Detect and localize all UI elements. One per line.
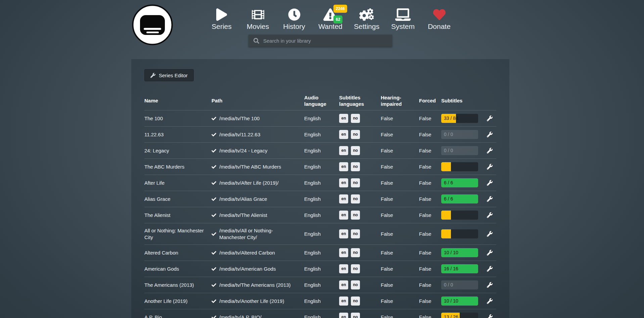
subtitles-progress-bar: 0 / 0 — [441, 146, 478, 155]
forced-value: False — [419, 180, 441, 186]
forced-value: False — [419, 164, 441, 170]
series-table: NamePathAudio languageSubtitles language… — [144, 91, 496, 318]
language-badge: en — [339, 229, 348, 239]
forced-value: False — [419, 115, 441, 122]
hearing-impaired-value: False — [381, 212, 419, 219]
table-row: The Americans (2013)/media/tv/The Americ… — [144, 277, 496, 293]
language-badge: en — [339, 146, 348, 155]
table-row: Altered Carbon/media/tv/Altered CarbonEn… — [144, 244, 496, 261]
nav-item-movies[interactable]: Movies — [240, 4, 276, 31]
row-actions — [483, 282, 496, 288]
forced-value: False — [419, 131, 441, 138]
audio-language: English — [304, 314, 339, 318]
laptop-icon — [395, 8, 411, 21]
check-icon — [212, 165, 216, 169]
check-icon — [212, 315, 216, 318]
edit-series-button[interactable] — [487, 212, 493, 218]
column-header-name: Name — [144, 97, 212, 104]
series-path: /media/tv/After Life (2019)/ — [212, 180, 304, 186]
check-icon — [212, 116, 216, 121]
subtitles-languages: enno — [339, 130, 381, 139]
search-icon — [254, 38, 259, 44]
edit-series-button[interactable] — [487, 231, 493, 237]
series-path: /media/tv/All or Nothing- Manchester Cit… — [212, 227, 304, 240]
edit-series-button[interactable] — [487, 314, 493, 318]
series-path: /media/tv/24 - Legacy — [212, 147, 304, 154]
table-row: The ABC Murders/media/tv/The ABC Murders… — [144, 158, 496, 175]
subtitles-cell: 10 / 10 — [441, 297, 483, 306]
hearing-impaired-value: False — [381, 298, 419, 305]
series-path: /media/tv/A.P. BIO/ — [212, 314, 304, 318]
nav-item-series[interactable]: Series — [203, 4, 240, 31]
subtitles-cell: 13 / 26 — [441, 313, 483, 318]
row-actions — [483, 180, 496, 186]
forced-value: False — [419, 266, 441, 272]
column-header-audio-language: Audio language — [304, 94, 339, 107]
series-name: The 100 — [144, 115, 212, 122]
search-input[interactable] — [263, 38, 392, 44]
language-badge: no — [351, 313, 360, 318]
subtitles-languages: enno — [339, 229, 381, 239]
series-editor-button[interactable]: Series Editor — [144, 69, 194, 81]
nav-item-settings[interactable]: Settings — [349, 4, 385, 31]
content-panel: Series Editor NamePathAudio languageSubt… — [131, 59, 509, 318]
wrench-icon — [487, 180, 493, 186]
edit-series-button[interactable] — [487, 250, 493, 256]
wrench-icon — [487, 148, 493, 153]
edit-series-button[interactable] — [487, 266, 493, 272]
check-icon — [212, 213, 216, 218]
hearing-impaired-value: False — [381, 131, 419, 138]
subtitles-progress-bar: 10 / 10 — [441, 248, 478, 257]
bazarr-logo[interactable] — [132, 4, 173, 46]
check-icon — [212, 181, 216, 185]
series-path: /media/tv/American Gods — [212, 266, 304, 272]
subtitles-languages: enno — [339, 280, 381, 290]
language-badge: no — [351, 264, 360, 274]
row-actions — [483, 231, 496, 237]
subtitles-languages: enno — [339, 178, 381, 188]
nav-item-donate[interactable]: Donate — [421, 4, 457, 31]
edit-series-button[interactable] — [487, 132, 493, 137]
nav-label: Settings — [354, 22, 379, 31]
edit-series-button[interactable] — [487, 196, 493, 202]
forced-value: False — [419, 298, 441, 305]
tv-subtitles-logo-icon — [132, 4, 173, 46]
audio-language: English — [304, 249, 339, 256]
row-actions — [483, 250, 496, 256]
progress-label: 13 / 26 — [444, 313, 458, 318]
subtitles-cell: 0 / 0 — [441, 130, 483, 139]
series-name: Another Life (2019) — [144, 298, 212, 305]
table-header-row: NamePathAudio languageSubtitles language… — [144, 91, 496, 110]
nav-item-history[interactable]: History — [276, 4, 312, 31]
series-name: Altered Carbon — [144, 249, 212, 256]
edit-series-button[interactable] — [487, 180, 493, 186]
language-badge: no — [351, 211, 360, 220]
subtitles-cell: 0 / 0 — [441, 146, 483, 155]
series-name: 24: Legacy — [144, 147, 212, 154]
subtitles-progress-bar — [441, 229, 478, 238]
edit-series-button[interactable] — [487, 148, 493, 153]
edit-series-button[interactable] — [487, 164, 493, 170]
column-header-hearing-impaired: Hearing-impaired — [381, 94, 419, 107]
edit-series-button[interactable] — [487, 298, 493, 304]
language-badge: no — [351, 194, 360, 204]
hearing-impaired-value: False — [381, 180, 419, 186]
edit-series-button[interactable] — [487, 282, 493, 288]
series-name: The ABC Murders — [144, 164, 212, 170]
edit-series-button[interactable] — [487, 116, 493, 121]
subtitles-progress-bar: 6 / 6 — [441, 194, 478, 203]
nav-item-system[interactable]: System — [385, 4, 421, 31]
series-name: 11.22.63 — [144, 131, 212, 138]
series-name: A.P. Bio — [144, 314, 212, 318]
nav-item-wanted[interactable]: Wanted224662 — [312, 4, 349, 31]
subtitles-cell — [441, 162, 483, 171]
wanted-badge-warning: 2246 — [333, 5, 347, 13]
series-editor-label: Series Editor — [159, 73, 188, 78]
subtitles-progress-bar: 6 / 6 — [441, 178, 478, 187]
language-badge: en — [339, 194, 348, 204]
language-badge: en — [339, 264, 348, 274]
wrench-icon — [487, 314, 493, 318]
subtitles-cell: 6 / 6 — [441, 178, 483, 187]
subtitles-progress-bar: 0 / 0 — [441, 280, 478, 289]
series-name: American Gods — [144, 266, 212, 272]
